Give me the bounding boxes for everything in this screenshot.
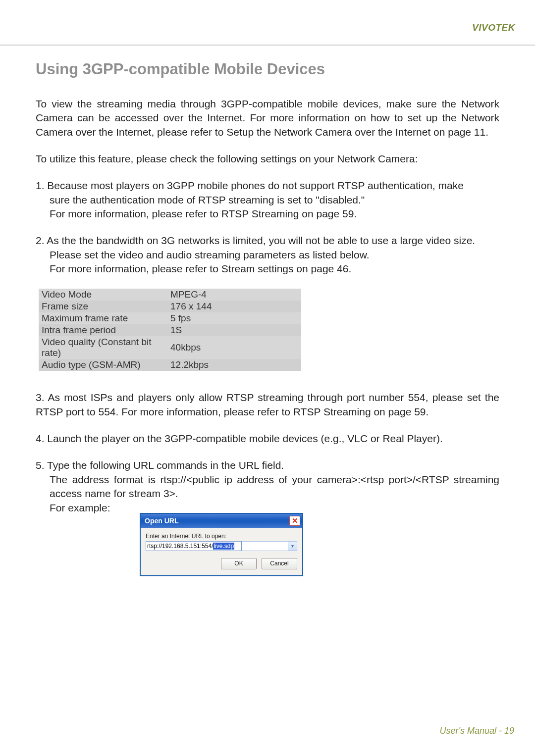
footer-label: User's Manual - — [439, 726, 504, 736]
section-title: Using 3GPP-compatible Mobile Devices — [36, 60, 499, 78]
setting-label: Audio type (GSM-AMR) — [39, 359, 167, 371]
chevron-down-icon: ▾ — [288, 542, 297, 551]
url-row: rtsp://192.168.5.151:554/live.sdp ▾ — [146, 541, 297, 551]
list-item-4: 4. Launch the player on the 3GPP-compati… — [36, 432, 499, 446]
list-item-2-line3: For more information, please refer to St… — [36, 262, 499, 276]
list-item-5: 5. Type the following URL commands in th… — [36, 458, 499, 514]
setting-label: Frame size — [39, 301, 167, 312]
setting-label: Maximum frame rate — [39, 312, 167, 324]
url-input[interactable]: rtsp://192.168.5.151:554/live.sdp — [146, 541, 242, 551]
list-item-1-line2: sure the authentication mode of RTSP str… — [36, 193, 499, 207]
dialog-button-row: OK Cancel — [146, 558, 297, 569]
dialog-body: Enter an Internet URL to open: rtsp://19… — [141, 528, 302, 575]
url-input-selection: live.sdp — [213, 543, 234, 550]
setting-value: 12.2kbps — [167, 359, 301, 371]
list-item-5-line1: 5. Type the following URL commands in th… — [36, 458, 499, 472]
intro-paragraph: To view the streaming media through 3GPP… — [36, 97, 499, 139]
page-content: Using 3GPP-compatible Mobile Devices To … — [0, 46, 535, 576]
footer-page-number: 19 — [504, 726, 514, 736]
open-url-dialog-wrap: Open URL ✕ Enter an Internet URL to open… — [140, 513, 499, 576]
dialog-titlebar: Open URL ✕ — [141, 514, 302, 528]
setting-label: Video Mode — [39, 289, 167, 301]
list-item-2-line1: 2. As the the bandwidth on 3G networks i… — [36, 234, 499, 248]
setting-value: 176 x 144 — [167, 301, 301, 312]
url-input-text: rtsp://192.168.5.151:554/ — [147, 543, 213, 550]
setting-value: 5 fps — [167, 312, 301, 324]
dialog-prompt: Enter an Internet URL to open: — [146, 533, 297, 540]
list-item-1: 1. Because most players on 3GPP mobile p… — [36, 179, 499, 221]
url-dropdown[interactable]: ▾ — [242, 541, 297, 551]
list-item-1-line1: 1. Because most players on 3GPP mobile p… — [36, 179, 499, 193]
table-row: Intra frame period 1S — [39, 324, 301, 336]
table-row: Frame size 176 x 144 — [39, 301, 301, 312]
dialog-title: Open URL — [145, 517, 178, 525]
brand-label: VIVOTEK — [472, 22, 515, 33]
setting-label: Video quality (Constant bit rate) — [39, 336, 167, 359]
settings-table: Video Mode MPEG-4 Frame size 176 x 144 M… — [39, 289, 301, 371]
page-footer: User's Manual - 19 — [439, 726, 514, 736]
table-row: Video quality (Constant bit rate) 40kbps — [39, 336, 301, 359]
close-button[interactable]: ✕ — [289, 516, 300, 526]
table-row: Maximum frame rate 5 fps — [39, 312, 301, 324]
open-url-dialog: Open URL ✕ Enter an Internet URL to open… — [140, 513, 303, 576]
setting-value: 1S — [167, 324, 301, 336]
setting-value: 40kbps — [167, 336, 301, 359]
ok-button[interactable]: OK — [221, 558, 257, 569]
setting-value: MPEG-4 — [167, 289, 301, 301]
list-item-2-line2: Please set the video and audio streaming… — [36, 248, 499, 262]
page-header: VIVOTEK — [0, 0, 535, 45]
list-item-2: 2. As the the bandwidth on 3G networks i… — [36, 234, 499, 276]
setting-label: Intra frame period — [39, 324, 167, 336]
list-item-1-line3: For more information, please refer to RT… — [36, 207, 499, 221]
table-row: Video Mode MPEG-4 — [39, 289, 301, 301]
list-item-3: 3. As most ISPs and players only allow R… — [36, 391, 499, 419]
list-item-5-line2: The address format is rtsp://<public ip … — [36, 473, 499, 501]
table-row: Audio type (GSM-AMR) 12.2kbps — [39, 359, 301, 371]
cancel-button[interactable]: Cancel — [262, 558, 297, 569]
close-icon: ✕ — [292, 516, 298, 525]
utilize-paragraph: To utilize this feature, please check th… — [36, 152, 499, 166]
